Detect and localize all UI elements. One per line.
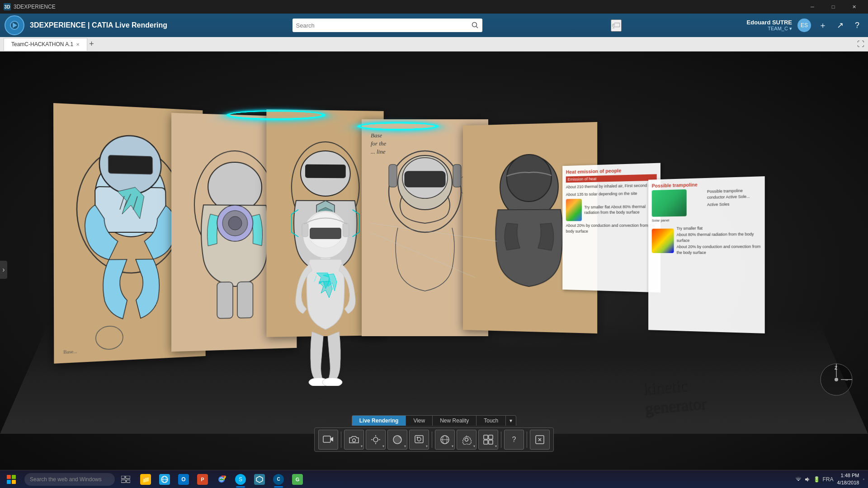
compass-svg: Z → — [818, 361, 854, 398]
panel1-title: Heat emission of people — [566, 167, 657, 175]
svg-marker-87 — [256, 476, 263, 483]
panel2-right: Possible trampoline conductor Active Sol… — [707, 188, 761, 222]
win-logo-blue — [7, 480, 11, 484]
taskbar-app-powerpoint[interactable]: P — [193, 470, 212, 488]
material-tool-button[interactable]: ▾ — [387, 430, 407, 450]
restore-button[interactable]: □ — [823, 0, 844, 14]
tab-view[interactable]: View — [406, 416, 433, 426]
dropdown-arrow-filter: ▾ — [495, 444, 497, 448]
fullscreen-button[interactable]: ⛶ — [857, 40, 864, 48]
tag-button[interactable]: 🏷 — [611, 19, 622, 32]
tab-close-button[interactable]: ✕ — [76, 42, 80, 47]
taskbar-app-ie[interactable] — [156, 470, 174, 488]
info-panel-1: Heat emission of people Emission of heat… — [562, 163, 660, 293]
panel1-text1: About 210 thermal by inhaled air, First … — [566, 183, 657, 190]
svg-rect-47 — [343, 223, 349, 237]
toolbar-tabs: Live Rendering View New Reality Touch ▾ — [352, 415, 517, 426]
tool-separator-4 — [527, 432, 527, 448]
panel2-title: Possible trampoline — [652, 180, 761, 188]
taskbar-app-outlook[interactable]: O — [175, 470, 193, 488]
filter-tool-button[interactable]: ▾ — [478, 430, 498, 450]
share-button[interactable]: ↗ — [834, 19, 846, 32]
side-panel-toggle[interactable]: › — [0, 261, 7, 279]
character-svg — [280, 187, 371, 386]
render-tool-button[interactable]: ▾ — [409, 430, 429, 450]
panel1-text3: Try smaller flat About 80% thermal radia… — [584, 203, 656, 216]
tab-bar: TeamC-HACKATHON A.1 ✕ + ⛶ — [0, 37, 868, 52]
title-bar: 3D 3DEXPERIENCE ─ □ ✕ — [0, 0, 868, 14]
handwriting-text: kinetic generator — [642, 374, 707, 418]
exit-tool-button[interactable] — [530, 430, 550, 450]
task-view-icon — [121, 476, 130, 483]
render-icon — [414, 435, 424, 445]
main-tab[interactable]: TeamC-HACKATHON A.1 ✕ — [4, 38, 87, 51]
app-title: 3DEXPERIENCE | CATIA Live Rendering — [30, 21, 167, 29]
video-tool-button[interactable] — [318, 430, 338, 450]
app-icon: 3D — [4, 3, 11, 10]
taskbar-search-input[interactable] — [24, 473, 115, 486]
taskbar-app-skype[interactable]: S — [231, 470, 250, 488]
search-bar[interactable] — [292, 19, 482, 32]
panel2-content: Solar panel Possible trampoline conducto… — [652, 188, 761, 223]
panel2-thermal: Try smaller flat About 80% thermal radia… — [652, 225, 761, 256]
taskbar-app-chrome[interactable] — [212, 470, 231, 488]
user-name: Edouard SUTRE — [747, 19, 792, 26]
svg-rect-79 — [121, 480, 126, 483]
ie-logo — [160, 475, 169, 483]
search-input[interactable] — [296, 22, 472, 29]
material-icon — [392, 435, 402, 445]
camera-icon — [349, 435, 359, 444]
tool-separator-3 — [501, 432, 501, 448]
tab-new-reality[interactable]: New Reality — [433, 416, 476, 426]
catia-icon: C — [273, 474, 284, 485]
dropdown-arrow-render: ▾ — [426, 444, 428, 448]
clock: 1:48 PM 4/18/2018 — [837, 472, 859, 486]
add-button[interactable]: ＋ — [816, 19, 829, 32]
svg-rect-46 — [302, 223, 308, 237]
notification-button[interactable]: ▫ — [863, 477, 864, 482]
settings-tool-button[interactable]: ▾ — [457, 430, 476, 450]
app-logo-inner — [10, 21, 19, 30]
toolbar-expand-button[interactable]: ▾ — [506, 416, 516, 426]
tab-touch[interactable]: Touch — [476, 416, 506, 426]
minimize-button[interactable]: ─ — [802, 0, 823, 14]
svg-text:Base: Base — [371, 132, 382, 139]
taskbar-app-6[interactable] — [250, 470, 269, 488]
taskbar-apps: 📁 O P — [137, 470, 307, 488]
user-team[interactable]: TEAM_C ▾ — [747, 26, 792, 32]
panel2-notes: Try smaller flat About 80% thermal radia… — [677, 225, 761, 256]
help-tool-button[interactable]: ? — [504, 430, 524, 450]
camera-tool-button[interactable]: ▾ — [344, 430, 364, 450]
svg-text:for the: for the — [371, 140, 387, 147]
svg-rect-80 — [127, 480, 130, 483]
dropdown-arrow-lighting: ▾ — [382, 444, 384, 448]
title-bar-title: 3DEXPERIENCE — [14, 4, 56, 10]
search-button[interactable] — [472, 22, 479, 29]
add-tab-button[interactable]: + — [89, 39, 94, 49]
svg-text:→: → — [844, 377, 849, 382]
svg-text:Base...: Base... — [63, 348, 77, 355]
help-button[interactable]: ? — [851, 19, 863, 32]
dropdown-arrow-camera: ▾ — [361, 444, 363, 448]
close-button[interactable]: ✕ — [844, 0, 864, 14]
tab-live-rendering[interactable]: Live Rendering — [352, 416, 406, 426]
app6-icon — [254, 474, 265, 485]
svg-text:... line: ... line — [371, 148, 386, 155]
user-avatar[interactable]: ES — [797, 19, 811, 32]
taskbar-app-catia[interactable]: C — [269, 470, 288, 488]
chrome-icon — [216, 474, 227, 485]
taskbar-app-8[interactable]: G — [288, 470, 307, 488]
task-view-button[interactable] — [117, 470, 135, 488]
lighting-tool-button[interactable]: ▾ — [366, 430, 386, 450]
chrome-logo — [217, 474, 226, 484]
main-toolbar: 3DEXPERIENCE | CATIA Live Rendering 🏷 Ed… — [0, 14, 868, 37]
globe-tool-button[interactable]: ▾ — [435, 430, 455, 450]
outlook-icon: O — [178, 474, 189, 485]
windows-logo — [7, 475, 16, 484]
svg-point-40 — [507, 154, 552, 202]
start-button[interactable] — [0, 470, 23, 488]
lang-indicator: FRA — [823, 476, 834, 483]
svg-rect-77 — [121, 476, 125, 479]
dropdown-arrow-settings: ▾ — [473, 444, 475, 448]
taskbar-app-explorer[interactable]: 📁 — [137, 470, 155, 488]
